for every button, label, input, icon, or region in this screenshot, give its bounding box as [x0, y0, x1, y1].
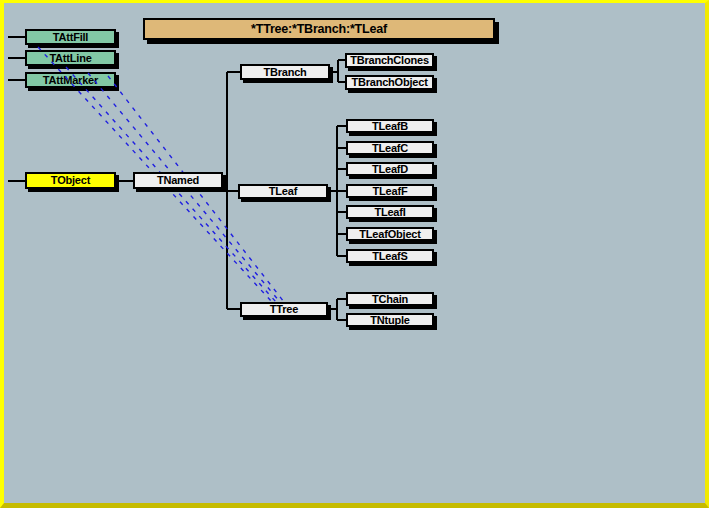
node-tleaf[interactable]: TLeaf	[238, 184, 328, 199]
node-tattline[interactable]: TAttLine	[25, 50, 116, 66]
node-tleafb[interactable]: TLeafB	[346, 119, 434, 133]
node-tntuple[interactable]: TNtuple	[346, 313, 434, 327]
node-tleafd[interactable]: TLeafD	[346, 162, 434, 176]
node-tchain[interactable]: TChain	[346, 292, 434, 306]
node-tleafs[interactable]: TLeafS	[346, 249, 434, 263]
node-tattfill[interactable]: TAttFill	[25, 29, 116, 45]
class-hierarchy-canvas: *TTree:*TBranch:*TLeaf TAttFillTAttLineT…	[0, 0, 709, 508]
node-tbranch[interactable]: TBranch	[240, 64, 330, 80]
node-tleafc[interactable]: TLeafC	[346, 141, 434, 155]
node-tnamed[interactable]: TNamed	[133, 172, 223, 189]
node-tleaff[interactable]: TLeafF	[346, 184, 434, 198]
node-tleafi[interactable]: TLeafI	[346, 205, 434, 219]
diagram-title-box: *TTree:*TBranch:*TLeaf	[143, 18, 495, 40]
node-tobject[interactable]: TObject	[25, 172, 116, 189]
node-tbranchclones[interactable]: TBranchClones	[345, 53, 434, 68]
node-tleafobject[interactable]: TLeafObject	[346, 227, 434, 241]
node-tattmarker[interactable]: TAttMarker	[25, 72, 116, 88]
node-ttree[interactable]: TTree	[240, 302, 328, 317]
node-tbranchobject[interactable]: TBranchObject	[345, 75, 434, 90]
